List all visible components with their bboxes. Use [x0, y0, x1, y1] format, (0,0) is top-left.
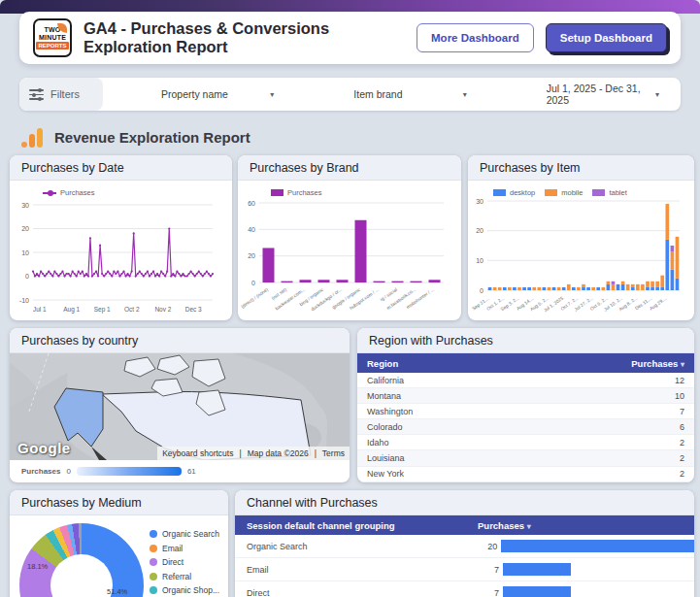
legend-item: Organic Search [150, 529, 219, 539]
svg-text:60: 60 [248, 200, 255, 207]
region-cell: Colorado [367, 422, 403, 432]
svg-text:30: 30 [21, 202, 29, 209]
table-row[interactable]: Email7 [235, 558, 694, 581]
legend-item-tablet: tablet [592, 188, 626, 197]
region-cell: California [367, 376, 404, 385]
direct-pct-label: 18.1% [27, 562, 48, 571]
analytics-bars-icon [21, 126, 45, 148]
purchases-cell: 7 [680, 407, 684, 416]
channel-with-purchases-card: Channel with Purchases Session default c… [235, 490, 694, 597]
property-name-filter[interactable]: Property name ▾ [103, 78, 295, 111]
svg-text:Nov 2: Nov 2 [154, 306, 171, 313]
filters-label: Filters [50, 88, 80, 100]
legend-label: mobile [561, 188, 583, 197]
map-legend-gradient [77, 467, 182, 476]
legend-label: Referral [162, 572, 191, 581]
svg-text:10: 10 [21, 249, 29, 256]
svg-text:40: 40 [248, 226, 255, 233]
legend-dot [150, 573, 157, 580]
legend-item: Direct [150, 557, 219, 567]
region-column-header[interactable]: Region [367, 358, 398, 369]
region-table-title: Region with Purchases [357, 328, 694, 353]
purchases-value: 7 [478, 588, 499, 597]
legend-label: Direct [162, 557, 183, 567]
medium-legend: Organic SearchEmailDirectReferralOrganic… [150, 529, 219, 597]
svg-text:Sep 1: Sep 1 [94, 306, 111, 314]
svg-text:20: 20 [21, 225, 29, 232]
purchases-by-brand-chart[interactable]: 6040200(direct) / (none)(not set)backwat… [238, 197, 450, 315]
header: TWO MINUTE REPORTS GA4 - Purchases & Con… [19, 12, 681, 64]
svg-text:20: 20 [248, 252, 255, 259]
map-color-legend: Purchases 0 61 [10, 460, 350, 481]
chevron-down-icon: ▾ [655, 90, 659, 99]
table-row[interactable]: Washington7 [357, 404, 694, 419]
purchases-value: 20 [476, 542, 497, 551]
purchases-by-item-chart[interactable]: 3020100Sep 21,...Oct 1, 2...Sep 3, 2...A… [468, 197, 685, 315]
more-dashboard-button[interactable]: More Dashboard [417, 23, 534, 52]
purchases-by-medium-card: Purchases by Medium 51.4% 18.1% Organic … [10, 490, 228, 597]
item-brand-filter[interactable]: Item brand ▾ [295, 78, 487, 111]
svg-text:Dec 3: Dec 3 [185, 306, 202, 313]
svg-text:0: 0 [25, 273, 29, 280]
svg-text:0: 0 [251, 280, 255, 286]
setup-dashboard-button[interactable]: Setup Dashboard [546, 23, 667, 52]
purchases-cell: 2 [680, 469, 684, 479]
map-legend-max: 61 [187, 467, 196, 476]
desktop-swatch [493, 189, 506, 196]
table-row[interactable]: New York2 [357, 467, 694, 482]
table-row[interactable]: Montana10 [357, 388, 694, 404]
purchases-by-brand-title: Purchases by Brand [238, 155, 461, 181]
channel-table-header: Session default channel grouping Purchas… [235, 515, 694, 535]
channel-column-header[interactable]: Session default channel grouping [235, 520, 478, 531]
region-with-purchases-card: Region with Purchases Region Purchases ▾… [357, 328, 694, 482]
organic-search-pct-label: 51.4% [107, 587, 127, 596]
purchases-cell: 2 [680, 453, 684, 463]
terms-link[interactable]: Terms [322, 448, 345, 458]
geo-map[interactable]: Google Keyboard shortcuts | Map data ©20… [10, 353, 350, 460]
medium-donut-chart[interactable]: 51.4% 18.1% [19, 523, 144, 597]
legend-label: Purchases [287, 188, 321, 197]
legend-label: Organic Shop... [162, 585, 219, 595]
purchases-by-date-card: Purchases by Date Purchases 3020100-10Ju… [10, 155, 232, 320]
purchases-value: 7 [478, 565, 499, 575]
region-cell: Washington [367, 407, 413, 416]
legend-label: Organic Search [162, 529, 219, 539]
table-row[interactable]: Direct7 [235, 581, 694, 597]
purchases-line-swatch [43, 192, 56, 194]
table-row[interactable]: Louisiana2 [357, 450, 694, 466]
legend-item-desktop: desktop [493, 188, 535, 197]
map-data-label: Map data ©2026 [248, 448, 309, 458]
legend-label: Purchases [60, 188, 94, 197]
channel-table-body: Organic Search20Email7Direct7Referral1Or… [235, 535, 694, 597]
google-logo: Google [17, 440, 71, 456]
purchases-by-country-title: Purchases by country [10, 328, 350, 353]
channel-table-title: Channel with Purchases [235, 490, 694, 515]
legend-label: tablet [609, 188, 626, 197]
purchases-column-header[interactable]: Purchases ▾ [478, 520, 531, 531]
keyboard-shortcuts-link[interactable]: Keyboard shortcuts [162, 448, 233, 458]
purchases-by-medium-title: Purchases by Medium [10, 490, 228, 515]
channel-cell: Email [235, 565, 478, 575]
purchases-by-date-chart[interactable]: 3020100-10Jul 1Aug 1Sep 1Oct 2Nov 2Dec 3 [10, 197, 218, 315]
date-range-filter[interactable]: Jul 1, 2025 - Dec 31, 2025 ▾ [488, 78, 681, 111]
table-row[interactable]: Organic Search20 [235, 535, 694, 558]
table-row[interactable]: Colorado6 [357, 419, 694, 435]
legend-item: Organic Shop... [150, 585, 219, 595]
purchases-bar [503, 586, 571, 597]
filters-bar: Filters Property name ▾ Item brand ▾ Jul… [19, 78, 681, 111]
svg-text:Jul 1: Jul 1 [33, 306, 47, 313]
svg-text:0: 0 [480, 287, 483, 294]
svg-text:Oct 2: Oct 2 [124, 306, 140, 313]
purchases-bar [501, 540, 694, 552]
purchases-by-item-title: Purchases by Item [468, 155, 694, 181]
region-cell: Idaho [367, 438, 389, 448]
legend-label: desktop [510, 188, 535, 197]
purchases-column-header[interactable]: Purchases ▾ [631, 358, 684, 369]
purchases-cell: 10 [675, 391, 684, 401]
purchases-cell: 6 [680, 422, 684, 432]
table-row[interactable]: Idaho2 [357, 435, 694, 450]
table-row[interactable]: California12 [357, 373, 694, 388]
legend-dot [150, 558, 157, 566]
purchases-by-brand-card: Purchases by Brand Purchases 6040200(dir… [238, 155, 461, 320]
svg-text:Aug 1: Aug 1 [63, 306, 80, 314]
